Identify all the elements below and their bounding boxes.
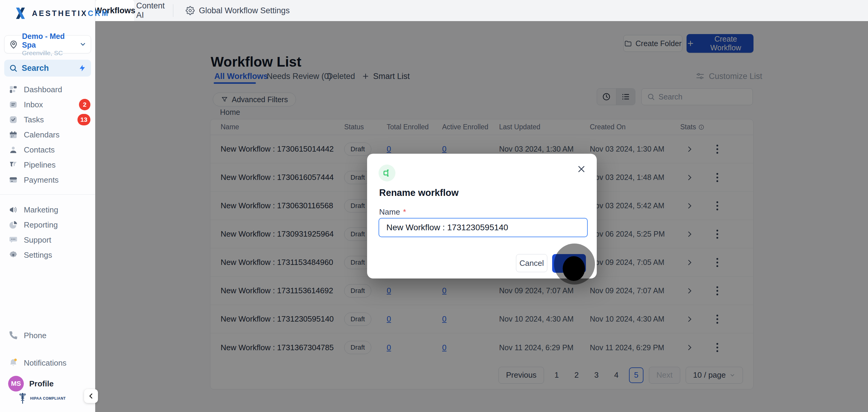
nav-tab-content-ai-label: Content AI: [136, 1, 173, 20]
caduceus-icon: [18, 392, 28, 405]
sidebar-item-label: Profile: [29, 379, 90, 388]
nav-tab-content-ai[interactable]: Content AI: [136, 0, 173, 21]
sidebar: AESTHETIXCRM Demo - Med Spa Greenville, …: [0, 0, 95, 412]
name-field-label: Name*: [379, 208, 406, 217]
brand-logo: AESTHETIXCRM: [14, 7, 110, 20]
tasks-badge: 13: [78, 114, 90, 125]
sidebar-item-tasks[interactable]: Tasks 13: [0, 112, 95, 127]
person-icon: [8, 145, 19, 155]
brand-logo-icon: [14, 7, 28, 20]
sidebar-item-contacts[interactable]: Contacts: [0, 142, 95, 157]
credit-card-icon: [8, 175, 19, 185]
workflow-name-input[interactable]: [378, 218, 588, 237]
sidebar-item-label: Settings: [24, 250, 90, 260]
sidebar-item-label: Phone: [24, 331, 90, 340]
sidebar-item-settings[interactable]: Settings: [0, 248, 95, 262]
sidebar-divider: [0, 194, 95, 195]
megaphone-icon: [8, 204, 19, 215]
sidebar-collapse-button[interactable]: [84, 389, 98, 403]
location-pin-icon: [9, 39, 19, 49]
location-city: Greenville, SC: [22, 50, 79, 57]
chevron-down-icon: [79, 41, 87, 48]
sidebar-item-profile[interactable]: MS Profile: [0, 374, 95, 393]
sidebar-item-label: Dashboard: [24, 85, 90, 94]
search-icon: [9, 64, 18, 72]
sidebar-item-payments[interactable]: Payments: [0, 172, 95, 187]
sidebar-item-reporting[interactable]: Reporting: [0, 217, 95, 232]
save-button[interactable]: [552, 254, 586, 273]
avatar: MS: [8, 376, 24, 391]
modal-footer: Cancel: [367, 254, 597, 273]
global-workflow-settings-label: Global Workflow Settings: [199, 6, 290, 15]
sidebar-item-label: Reporting: [24, 220, 90, 230]
sidebar-item-notifications[interactable]: Notifications: [0, 355, 95, 371]
global-workflow-settings-link[interactable]: Global Workflow Settings: [186, 0, 290, 21]
dashboard-icon: [8, 85, 19, 95]
bell-icon: [8, 358, 19, 368]
funnel-icon: [8, 160, 19, 170]
sidebar-item-pipelines[interactable]: Pipelines: [0, 157, 95, 172]
sidebar-item-support[interactable]: Support: [0, 232, 95, 248]
sidebar-search[interactable]: Search: [4, 60, 91, 76]
pie-chart-icon: [8, 220, 19, 230]
sidebar-item-calendars[interactable]: Calendars: [0, 127, 95, 142]
hipaa-label: HIPAA COMPLIANT: [30, 396, 66, 401]
phone-icon: [8, 330, 19, 341]
required-asterisk: *: [403, 208, 406, 216]
sidebar-item-label: Inbox: [24, 100, 73, 109]
cancel-button[interactable]: Cancel: [516, 254, 547, 272]
top-nav: Workflows Content AI Global Workflow Set…: [95, 0, 868, 21]
sidebar-item-label: Support: [24, 235, 90, 245]
sidebar-item-label: Contacts: [24, 145, 90, 155]
brand-name: AESTHETIXCRM: [32, 9, 110, 18]
sidebar-item-label: Notifications: [24, 358, 90, 368]
location-selector[interactable]: Demo - Med Spa Greenville, SC: [4, 35, 91, 53]
sidebar-item-label: Payments: [24, 176, 90, 185]
sidebar-item-label: Marketing: [24, 205, 90, 215]
calendar-icon: [8, 130, 19, 140]
sidebar-item-label: Tasks: [24, 115, 72, 124]
close-icon[interactable]: [576, 164, 587, 174]
rename-text-cursor-icon: [378, 164, 396, 182]
location-name: Demo - Med Spa: [22, 32, 79, 50]
chat-bubble-icon: [8, 235, 19, 245]
rename-workflow-modal: Rename workflow Name* Cancel: [367, 154, 597, 279]
tasks-check-icon: [8, 115, 19, 125]
hipaa-compliant-logo: HIPAA COMPLIANT: [18, 392, 66, 405]
inbox-badge: 2: [79, 99, 90, 110]
quick-actions-lightning-icon: [79, 64, 86, 72]
sidebar-item-dashboard[interactable]: Dashboard: [0, 82, 95, 97]
settings-gear-icon: [8, 250, 19, 260]
nav-divider: [173, 4, 173, 17]
inbox-icon: [8, 99, 19, 110]
sidebar-item-marketing[interactable]: Marketing: [0, 202, 95, 217]
sidebar-item-label: Pipelines: [24, 160, 90, 170]
sidebar-item-inbox[interactable]: Inbox 2: [0, 97, 95, 112]
sidebar-search-label: Search: [22, 64, 79, 73]
gear-icon: [186, 6, 195, 15]
sidebar-item-label: Calendars: [24, 130, 90, 139]
modal-title: Rename workflow: [379, 187, 459, 198]
sidebar-item-phone[interactable]: Phone: [0, 328, 95, 343]
